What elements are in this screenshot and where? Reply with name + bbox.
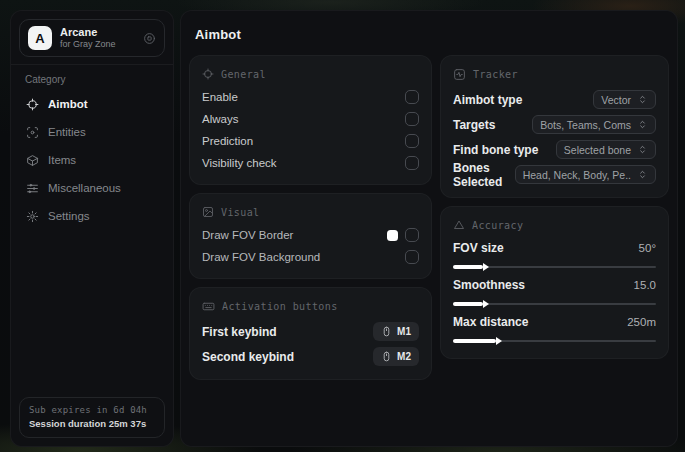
sliders-icon: [26, 182, 39, 195]
app-name: Arcane: [60, 26, 116, 38]
keybind-row-second: Second keybind M2: [202, 344, 419, 369]
sidebar-item-label: Aimbot: [48, 98, 88, 110]
fov-background-checkbox[interactable]: [405, 250, 419, 264]
targets-select[interactable]: Bots, Teams, Coms: [532, 115, 656, 134]
slider-row-smoothness: Smoothness 15.0: [453, 274, 656, 296]
tracker-label: Aimbot type: [453, 93, 522, 107]
session-duration-text: Session duration 25m 37s: [29, 418, 155, 429]
slider-fill: [453, 302, 483, 306]
keybind-value: M1: [397, 326, 411, 337]
package-icon: [26, 154, 39, 167]
gear-icon: [26, 210, 39, 223]
select-value: Head, Neck, Body, Pe..: [523, 169, 631, 181]
sidebar-item-aimbot[interactable]: Aimbot: [11, 90, 173, 118]
enable-checkbox[interactable]: [405, 90, 419, 104]
category-label: Category: [25, 74, 159, 85]
tracker-label: Find bone type: [453, 143, 538, 157]
chevrons-up-down-icon: [637, 119, 648, 130]
tracker-row-aimbot-type: Aimbot type Vector: [453, 87, 656, 112]
sidebar-nav: Aimbot Entities Items: [11, 88, 173, 232]
sidebar-item-label: Settings: [48, 210, 90, 222]
crosshair-icon: [202, 68, 214, 80]
select-value: Selected bone: [564, 144, 631, 156]
chevrons-up-down-icon: [637, 169, 648, 180]
game-background: A Arcane for Gray Zone Category: [0, 0, 685, 452]
prediction-checkbox[interactable]: [405, 134, 419, 148]
mouse-icon: [381, 326, 392, 337]
sidebar-item-miscellaneous[interactable]: Miscellaneous: [11, 174, 173, 202]
card-header-label: Visual: [221, 207, 260, 218]
main-panel: Aimbot General Enable: [180, 10, 678, 447]
second-keybind-button[interactable]: M2: [373, 347, 419, 366]
first-keybind-button[interactable]: M1: [373, 322, 419, 341]
chevrons-up-down-icon: [637, 94, 648, 105]
setting-row-fov-background: Draw FOV Background: [202, 246, 419, 268]
chevrons-up-down-icon: [637, 144, 648, 155]
setting-row-prediction: Prediction: [202, 130, 419, 152]
tracker-label: Bones Selected: [453, 161, 515, 189]
slider-value: 250m: [627, 316, 656, 328]
select-value: Vector: [601, 94, 631, 106]
slider-row-fov-size: FOV size 50°: [453, 237, 656, 259]
visibility-check-checkbox[interactable]: [405, 156, 419, 170]
mouse-icon: [381, 351, 392, 362]
setting-row-enable: Enable: [202, 86, 419, 108]
page-title: Aimbot: [195, 27, 663, 42]
sidebar-item-entities[interactable]: Entities: [11, 118, 173, 146]
slider-label: Smoothness: [453, 278, 525, 292]
fov-border-color-swatch[interactable]: [387, 230, 398, 241]
setting-label: Visibility check: [202, 157, 277, 169]
keybind-value: M2: [397, 351, 411, 362]
slider-value: 50°: [639, 242, 656, 254]
setting-label: Draw FOV Border: [202, 229, 293, 241]
slider-label: Max distance: [453, 315, 528, 329]
slider-fill: [453, 339, 496, 343]
brand-text: Arcane for Gray Zone: [60, 26, 116, 50]
fov-size-slider[interactable]: [453, 266, 656, 268]
card-header-label: General: [221, 69, 266, 80]
subscription-info: Sub expires in 6d 04h Session duration 2…: [19, 397, 165, 438]
crosshair-icon: [26, 98, 39, 111]
slider-fill: [453, 265, 483, 269]
aimbot-type-select[interactable]: Vector: [593, 90, 656, 109]
power-icon[interactable]: [143, 32, 156, 45]
bones-selected-select[interactable]: Head, Neck, Body, Pe..: [515, 165, 656, 184]
sidebar-item-settings[interactable]: Settings: [11, 202, 173, 230]
setting-label: Always: [202, 113, 238, 125]
setting-row-fov-border: Draw FOV Border: [202, 224, 419, 246]
keyboard-icon: [202, 300, 215, 313]
card-header-label: Tracker: [473, 69, 518, 80]
sidebar-item-label: Entities: [48, 126, 86, 138]
tracker-row-bones-selected: Bones Selected Head, Neck, Body, Pe..: [453, 162, 656, 187]
tracker-row-find-bone-type: Find bone type Selected bone: [453, 137, 656, 162]
max-distance-slider[interactable]: [453, 340, 656, 342]
app-subtitle: for Gray Zone: [60, 39, 116, 50]
activity-square-icon: [453, 68, 466, 81]
keybind-label: Second keybind: [202, 350, 294, 364]
smoothness-slider[interactable]: [453, 303, 656, 305]
card-header-label: Accuracy: [472, 220, 523, 231]
setting-label: Enable: [202, 91, 238, 103]
sidebar-item-label: Items: [48, 154, 76, 166]
brand-card: A Arcane for Gray Zone: [19, 19, 165, 57]
accuracy-card: Accuracy FOV size 50° Smoothness 15.0: [440, 206, 669, 359]
activation-buttons-card: Activation buttons First keybind M1: [189, 287, 432, 380]
tracker-row-targets: Targets Bots, Teams, Coms: [453, 112, 656, 137]
general-card: General Enable Always Prediction: [189, 55, 432, 185]
always-checkbox[interactable]: [405, 112, 419, 126]
tracker-card: Tracker Aimbot type Vector: [440, 55, 669, 198]
tracker-label: Targets: [453, 118, 495, 132]
scan-eye-icon: [26, 126, 39, 139]
setting-label: Prediction: [202, 135, 253, 147]
find-bone-type-select[interactable]: Selected bone: [556, 140, 656, 159]
setting-row-always: Always: [202, 108, 419, 130]
setting-label: Draw FOV Background: [202, 251, 320, 263]
keybind-label: First keybind: [202, 325, 277, 339]
sidebar: A Arcane for Gray Zone Category: [10, 10, 174, 447]
fov-border-checkbox[interactable]: [405, 228, 419, 242]
sidebar-item-items[interactable]: Items: [11, 146, 173, 174]
sidebar-item-label: Miscellaneous: [48, 182, 121, 194]
triangle-icon: [453, 219, 465, 231]
setting-row-visibility-check: Visibility check: [202, 152, 419, 174]
slider-value: 15.0: [634, 279, 656, 291]
